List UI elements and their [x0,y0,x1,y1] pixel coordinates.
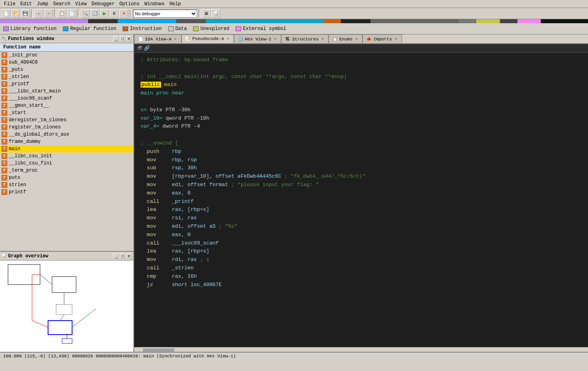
ind-instruction [323,19,341,23]
func-item[interactable]: f_term_proc [0,167,133,174]
ind-regular [118,19,177,23]
func-icon: f [2,117,7,123]
func-icon: f [2,67,7,72]
func-icon: f [2,189,7,195]
func-item[interactable]: fderegister_tm_clones [0,116,133,124]
toolbar-copy[interactable]: 📋 [58,9,66,18]
functions-minimize[interactable]: _ [113,36,119,42]
func-item[interactable]: fprintf [0,189,133,196]
toolbar-paste[interactable]: 📄 [67,9,76,18]
code-line: mov rdi, rax ; s [141,256,582,264]
toolbar-extra2[interactable]: 📊 [211,9,220,18]
graph-canvas[interactable] [0,261,133,352]
legend-data: Data [168,26,187,32]
svg-rect-2 [56,305,72,315]
menu-windows[interactable]: Windows [142,1,167,7]
func-name: _puts [9,67,23,72]
tab-pseudo-label: Pseudocode-A [192,36,224,41]
menu-debugger[interactable]: Debugger [89,1,117,7]
menu-search[interactable]: Search [50,1,72,7]
scrollbar-h[interactable] [134,347,588,352]
toolbar-forward[interactable]: → [44,9,53,18]
func-name: strlen [9,182,26,188]
func-item[interactable]: f__libc_csu_fini [0,160,133,167]
legend-instruction: Instruction [123,26,161,32]
func-item[interactable]: fsub_4004C0 [0,59,133,66]
code-line: lea rax, [rbp+s] [141,206,582,214]
scroll-thumb[interactable] [142,348,174,352]
toolbar-pause[interactable]: ⏸ [110,9,119,18]
ind-rest [541,19,588,23]
menu-edit[interactable]: Edit [18,1,34,7]
tab-enums-label: Enums [339,37,352,42]
func-item[interactable]: fframe_dummy [0,138,133,145]
func-name: _start [9,110,26,116]
functions-maximize[interactable]: □ [120,36,125,42]
legend-library-color [3,26,9,31]
func-icon: f [2,74,7,80]
menu-options[interactable]: Options [117,1,142,7]
func-item[interactable]: fregister_tm_clones [0,124,133,131]
func-item[interactable]: fmain [0,145,133,152]
func-icon: f [2,160,7,166]
svg-line-9 [32,321,48,327]
func-item[interactable]: f_puts [0,66,133,73]
func-name: __libc_csu_init [9,153,52,159]
legend-external: External symbol [236,26,286,32]
menu-help[interactable]: Help [167,1,183,7]
func-item[interactable]: f_printf [0,80,133,88]
code-line: cmp rax, 16h [141,273,582,281]
tab-enums-close[interactable]: ✕ [354,37,359,42]
tab-ida-close[interactable]: ✕ [173,37,178,42]
func-name: __do_global_dtors_aux [9,132,69,137]
func-item[interactable]: f___libc_start_main [0,88,133,95]
graph-maximize[interactable]: □ [120,253,125,259]
tab-imports-close[interactable]: ✕ [394,37,399,42]
toolbar-stop[interactable]: ✕ [119,9,128,18]
tab-imports[interactable]: 📥 Imports ✕ [362,34,402,43]
tab-imports-label: Imports [373,37,392,42]
tab-structures[interactable]: 🏗 Structures ✕ [281,34,328,43]
menu-file[interactable]: File [2,1,18,7]
tab-hex-close[interactable]: ✕ [273,37,278,42]
legend-regular-label: Regular function [70,26,116,32]
graph-minimize[interactable]: _ [113,253,119,259]
toolbar-refresh[interactable]: 🔄 [91,9,99,18]
func-name: puts [9,175,20,180]
toolbar-find[interactable]: 🔍 [81,9,90,18]
toolbar-new[interactable]: 📄 [2,9,10,18]
legend-bar: Library function Regular function Instru… [0,23,588,34]
func-item[interactable]: f__gmon_start__ [0,102,133,109]
func-item[interactable]: f_strlen [0,73,133,80]
toolbar-save[interactable]: 💾 [21,9,30,18]
func-item[interactable]: fputs [0,174,133,181]
tab-enums[interactable]: 📋 Enums ✕ [328,34,362,43]
graph-titlebar: 📊 Graph overview _ □ ✕ [0,252,133,261]
tab-hex-view[interactable]: 🔢 Hex View-1 ✕ [234,34,281,43]
func-item[interactable]: f__libc_csu_init [0,152,133,160]
toolbar-open[interactable]: 📂 [11,9,20,18]
tab-pseudocode[interactable]: 📝 Pseudocode-A ✕ [181,34,234,43]
func-item[interactable]: f___isoc99_scanf [0,95,133,102]
graph-controls: _ □ ✕ [113,253,132,259]
toolbar-back[interactable]: ← [34,9,43,18]
functions-close[interactable]: ✕ [126,36,132,42]
menu-view[interactable]: View [73,1,89,7]
code-line: sub rsp, 30h [141,164,582,172]
tab-struct-close[interactable]: ✕ [320,37,325,42]
debugger-select[interactable]: No debugger [133,10,197,18]
func-name: __gmon_start__ [9,103,49,108]
func-item[interactable]: f__do_global_dtors_aux [0,131,133,138]
graph-close[interactable]: ✕ [126,253,132,259]
ind-dark3 [341,19,370,23]
func-item[interactable]: f_start [0,109,133,116]
legend-unexplored-color [193,26,199,31]
func-item[interactable]: fstrlen [0,181,133,189]
tab-ida-view[interactable]: 📄 IDA View-A ✕ [134,34,181,43]
toolbar-run[interactable]: ▶ [100,9,109,18]
toolbar-extra1[interactable]: 🖥 [202,9,211,18]
tab-pseudo-close[interactable]: ✕ [226,36,230,41]
func-item[interactable]: f_init_proc [0,52,133,59]
menu-jump[interactable]: Jump [34,1,51,7]
code-view[interactable]: ; Attributes: bp-based frame ; int __cde… [134,53,588,347]
